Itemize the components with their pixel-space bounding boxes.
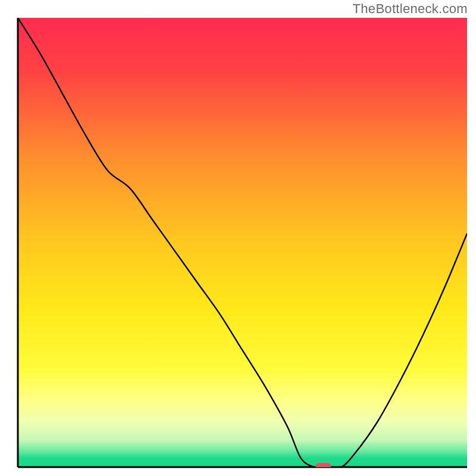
watermark-text: TheBottleneck.com: [353, 1, 468, 17]
bottleneck-chart: TheBottleneck.com: [0, 0, 476, 476]
optimum-marker: [315, 463, 331, 470]
chart-canvas: [0, 0, 476, 476]
gradient-background: [18, 18, 467, 467]
